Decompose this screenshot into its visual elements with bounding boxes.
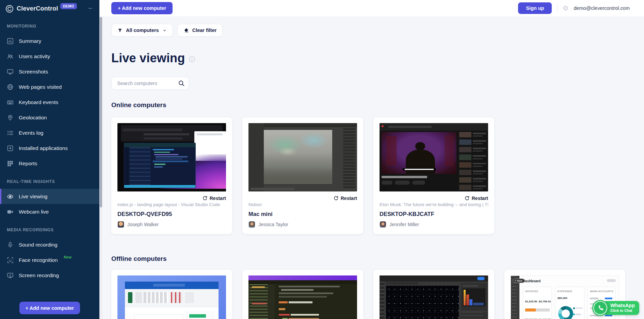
decor — [576, 314, 581, 315]
divider — [557, 4, 557, 13]
sidebar-scrollbar — [99, 0, 102, 319]
decor — [605, 298, 613, 299]
sidebar-item-face-recognition[interactable]: Face recognition New — [0, 252, 99, 268]
sidebar-item-summary[interactable]: Summary — [0, 33, 99, 49]
thumbnail-mac-mini[interactable] — [248, 123, 357, 191]
decor — [386, 282, 418, 285]
thumbnail-offline-word[interactable] — [117, 275, 226, 319]
computer-card-offline — [111, 270, 232, 319]
sidebar-item-geolocation[interactable]: Geolocation — [0, 110, 99, 125]
add-new-computer-button[interactable]: + Add new computer — [111, 2, 173, 14]
map-pin-icon — [7, 114, 14, 121]
computers-filter-dropdown[interactable]: All computers — [111, 24, 173, 37]
whatsapp-chat-button[interactable]: WhatsApp Click to Chat — [592, 300, 639, 316]
computer-user: Jennifer Miller — [380, 221, 488, 228]
search-input[interactable] — [111, 77, 189, 90]
gear-icon[interactable]: ⚙ — [562, 5, 568, 12]
clevercontrol-logo-icon — [5, 5, 14, 13]
face-scan-icon — [7, 257, 14, 264]
decor — [124, 185, 195, 188]
sidebar-item-installed-apps[interactable]: Installed applications — [0, 140, 99, 156]
decor — [459, 162, 471, 168]
grid-icon — [7, 160, 14, 167]
restart-icon — [333, 196, 339, 201]
sidebar-item-sound-recording[interactable]: Sound recording — [0, 237, 99, 252]
thumbnail-desktop-qvefd95[interactable] — [117, 123, 226, 191]
decor — [123, 129, 182, 131]
decor — [189, 314, 206, 318]
online-cards: Restart index.js - landing page layout -… — [111, 117, 644, 234]
sign-up-button[interactable]: Sign up — [518, 2, 552, 14]
app-root: CleverControl DEMO ← MONITORING Summary … — [0, 0, 644, 319]
computer-name: DESKTOP-KBJCATF — [380, 211, 488, 217]
users-icon — [7, 53, 14, 60]
scrollbar-track[interactable] — [99, 16, 102, 319]
topbar-right: Sign up ⚙ demo@clevercontrol.com — [518, 2, 644, 14]
decor — [412, 181, 425, 185]
decor — [135, 292, 142, 303]
account-email[interactable]: demo@clevercontrol.com — [574, 5, 630, 11]
decor — [461, 312, 487, 319]
decor — [473, 185, 486, 187]
decor — [129, 147, 151, 185]
main-content: All computers Clear filter Live viewing … — [102, 16, 644, 319]
sidebar-item-users-activity[interactable]: Users activity — [0, 49, 99, 64]
decor — [185, 292, 194, 303]
decor — [466, 295, 469, 305]
list-icon — [7, 130, 14, 136]
info-icon[interactable] — [189, 56, 195, 63]
search-icon[interactable] — [178, 80, 185, 87]
restart-button[interactable]: Restart — [248, 196, 357, 201]
restart-button[interactable]: Restart — [380, 196, 488, 201]
decor — [463, 285, 478, 287]
computer-card-offline — [242, 270, 363, 319]
chevron-down-icon — [162, 28, 167, 33]
sidebar-item-screenshots[interactable]: Screenshots — [0, 64, 99, 79]
decor — [473, 133, 486, 134]
sidebar-item-live-viewing[interactable]: Live viewing — [0, 189, 99, 204]
decor — [445, 135, 453, 166]
decor — [279, 292, 333, 294]
decor — [395, 181, 410, 185]
sidebar-item-web-pages[interactable]: Web pages visited — [0, 79, 99, 95]
decor — [473, 173, 483, 174]
section-title-monitoring: MONITORING — [0, 24, 99, 29]
sidebar-item-reports[interactable]: Reports — [0, 156, 99, 171]
decor — [576, 307, 582, 309]
decor — [473, 143, 483, 144]
sidebar: CleverControl DEMO ← MONITORING Summary … — [0, 0, 99, 319]
decor — [279, 286, 340, 287]
nav-monitoring: Summary Users activity Screenshots Web p… — [0, 33, 99, 171]
collapse-sidebar-button[interactable]: ← — [87, 4, 94, 11]
decor — [473, 303, 484, 305]
thumbnail-desktop-kbjcatf[interactable] — [380, 123, 488, 191]
decor — [536, 308, 549, 312]
thumbnail-offline-code[interactable] — [248, 275, 357, 319]
sidebar-item-screen-recording[interactable]: Screen recording — [0, 268, 99, 283]
sidebar-item-webcam-live[interactable]: Webcam live — [0, 204, 99, 219]
sidebar-add-computer-button[interactable]: + Add new computer — [19, 302, 80, 314]
scrollbar-thumb[interactable] — [100, 17, 102, 207]
decor — [380, 275, 488, 282]
decor — [156, 158, 182, 160]
decor — [153, 284, 185, 286]
thumbnail-offline-photoshop[interactable] — [380, 275, 488, 319]
decor — [459, 139, 471, 145]
decor — [187, 311, 214, 319]
restart-button[interactable]: Restart — [117, 196, 226, 201]
sidebar-item-keyboard-events[interactable]: Keyboard events — [0, 95, 99, 110]
restart-icon — [202, 196, 208, 201]
decor — [463, 288, 485, 306]
clear-filter-button[interactable]: Clear filter — [177, 24, 223, 37]
decor — [128, 292, 133, 303]
decor — [477, 277, 485, 280]
sidebar-item-events-log[interactable]: Events log — [0, 125, 99, 140]
decor — [156, 156, 188, 157]
decor — [154, 166, 163, 167]
decor — [386, 136, 397, 165]
decor — [248, 275, 357, 280]
decor — [403, 168, 436, 171]
window-caption: index.js - landing page layout - Visual … — [117, 202, 226, 207]
decor — [296, 131, 331, 150]
decor — [154, 164, 165, 165]
